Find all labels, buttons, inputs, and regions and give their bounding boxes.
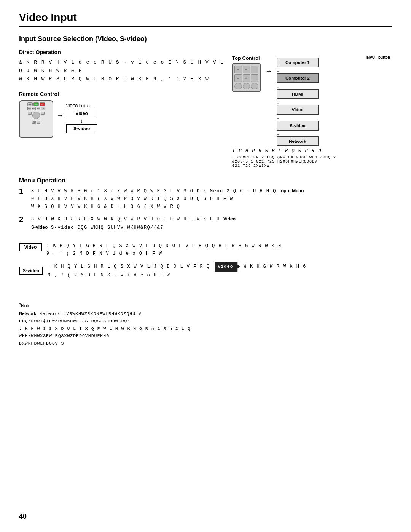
flow-arrow-3: ↓: [277, 99, 279, 105]
flow-arrow-2: ↓: [277, 83, 279, 89]
flow-box-video: Video: [277, 105, 319, 115]
step1-text: 3 U H V V W K H 0 ( 1 8 ( X W W R Q W R …: [31, 187, 304, 211]
svideo-note-text: : K H Q Y L G H R L Q S X W V L J Q D O …: [48, 262, 306, 280]
page-number: 40: [19, 513, 27, 521]
video-tooltip: video: [215, 262, 240, 272]
step1-number: 1: [19, 187, 26, 211]
note-body: Network Network LVRWKHWZRXONFWLRHWKDZQHU…: [19, 310, 392, 347]
flow-arrow-1: ↓: [277, 67, 279, 73]
computer2-note: … COMPUTER 2 FDQ QRW EH VHOHFWHG ZKHQ x …: [232, 155, 392, 168]
input-button-label: INPUT button: [366, 55, 390, 59]
flow-box-computer1: Computer 1: [277, 58, 319, 67]
direct-operation-heading: Direct Operation: [19, 49, 225, 55]
flow-box-computer2: Computer 2: [277, 73, 319, 83]
svideo-input-box: S-video: [66, 124, 97, 133]
step2-number: 2: [19, 215, 26, 232]
section-heading: Input Source Selection (Video, S-video): [19, 35, 392, 43]
menu-operation-heading: Menu Operation: [19, 177, 392, 184]
remote-control-heading: Remote Control: [19, 91, 225, 97]
flow-box-network: Network: [277, 136, 319, 146]
flow-box-hdmi: HDMI: [277, 89, 319, 99]
direct-op-text1: & K R R V H V i d e o R U S - v i d e o …: [19, 58, 225, 83]
top-control-heading: Top Control: [232, 55, 261, 61]
flow-box-svideo: S-video: [277, 121, 319, 131]
page-title: Video Input: [19, 11, 392, 27]
top-control-image: IN SET KST MN: [232, 63, 261, 92]
note-title: 3Note: [19, 302, 392, 308]
step2-text: 8 V H W K H 8 R E X W W R Q V W R V H O …: [31, 215, 236, 232]
video-input-box: Video: [67, 109, 97, 118]
top-ctrl-right-arrow-icon: →: [265, 67, 272, 75]
video-button-label: VIDEO button: [66, 104, 90, 108]
flow-arrow-4: ↓: [277, 115, 279, 120]
flow-arrow-5: ↓: [277, 131, 279, 136]
remote-control-section: Remote Control COMP VIDEO NET INFO KYST …: [19, 91, 225, 138]
video-note-tag: Video: [19, 243, 42, 251]
right-arrow-icon: →: [56, 112, 63, 120]
svideo-note-tag: S-video: [19, 267, 43, 275]
video-note-text: : K H Q Y L G H R L Q S X W V L J Q D O …: [46, 242, 282, 258]
remote-control-note: I U H P R W H F R Q W U R O: [232, 149, 392, 154]
remote-control-image: COMP VIDEO NET INFO KYST AUT CAN: [19, 100, 53, 138]
down-arrow-icon: ↓: [80, 118, 83, 124]
